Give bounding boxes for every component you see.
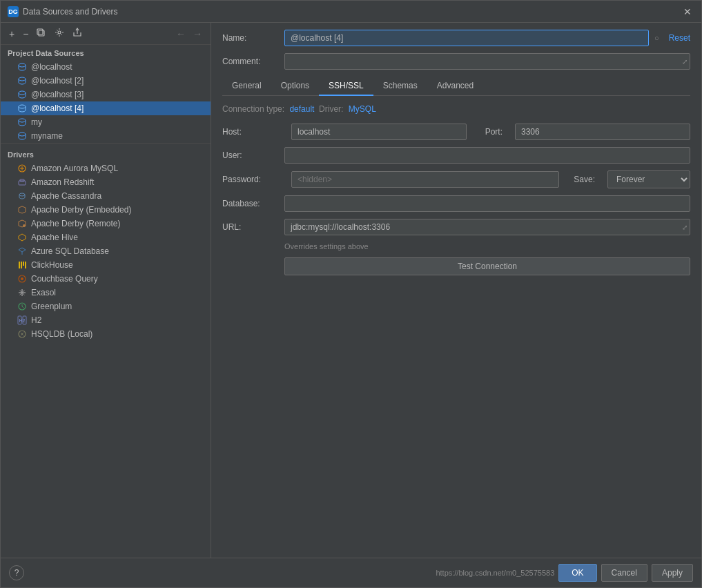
footer-url: https://blog.csdn.net/m0_52575583 — [436, 569, 554, 577]
ok-button[interactable]: OK — [558, 564, 596, 582]
database-input[interactable] — [284, 195, 690, 212]
tree-item-label: @localhost [3] — [31, 90, 84, 99]
share-button[interactable] — [70, 26, 85, 41]
tree-item-my[interactable]: my — [1, 115, 211, 129]
name-row: Name: ○ Reset — [222, 30, 690, 46]
driver-apache-derby-embedded[interactable]: Apache Derby (Embedded) — [1, 203, 211, 217]
drivers-section: Drivers Amazon Aurora MySQL — [1, 143, 211, 341]
svg-rect-12 — [19, 262, 20, 268]
port-input[interactable] — [515, 124, 690, 140]
dialog: DG Data Sources and Drivers ✕ + − — [0, 0, 702, 588]
driver-label-text: Driver: — [319, 104, 343, 114]
remove-button[interactable]: − — [20, 27, 31, 41]
nav-arrows: ← → — [173, 27, 205, 41]
svg-rect-0 — [39, 30, 44, 36]
tab-general[interactable]: General — [222, 77, 271, 96]
host-port-row: Host: Port: — [222, 124, 690, 140]
url-row: URL: ⤢ — [222, 219, 690, 235]
tab-advanced[interactable]: Advanced — [427, 77, 483, 96]
driver-label: ClickHouse — [31, 260, 73, 270]
driver-couchbase[interactable]: Couchbase Query — [1, 272, 211, 286]
port-label: Port: — [474, 127, 508, 137]
svg-point-7 — [19, 193, 25, 196]
svg-text:H2: H2 — [19, 318, 26, 323]
add-button[interactable]: + — [6, 27, 17, 41]
connection-type-row: Connection type: default Driver: MySQL — [222, 104, 690, 114]
tree-item-localhost4[interactable]: @localhost [4] — [1, 101, 211, 115]
tab-options[interactable]: Options — [271, 77, 319, 96]
forward-button[interactable]: → — [190, 27, 205, 41]
driver-azure-sql[interactable]: Azure SQL Database — [1, 244, 211, 258]
driver-exasol[interactable]: Exasol — [1, 286, 211, 300]
driver-label: H2 — [31, 315, 41, 325]
close-button[interactable]: ✕ — [681, 5, 694, 19]
driver-apache-hive[interactable]: Apache Hive — [1, 231, 211, 244]
host-label: Host: — [222, 127, 284, 137]
svg-marker-9 — [19, 234, 26, 241]
tree-item-myname[interactable]: myname — [1, 129, 211, 143]
comment-expand-icon[interactable]: ⤢ — [682, 58, 688, 66]
cancel-button[interactable]: Cancel — [601, 564, 647, 582]
url-input[interactable] — [284, 219, 690, 235]
driver-amazon-redshift[interactable]: Amazon Redshift — [1, 175, 211, 189]
password-input[interactable] — [291, 171, 559, 188]
reset-link[interactable]: Reset — [669, 33, 690, 43]
host-input[interactable] — [291, 124, 467, 140]
url-expand-icon[interactable]: ⤢ — [682, 224, 688, 231]
driver-label: HSQLDB (Local) — [31, 329, 92, 339]
back-button[interactable]: ← — [173, 27, 188, 41]
password-row: Password: Save: Forever Until restart Ne… — [222, 170, 690, 188]
tree-item-label: @localhost — [31, 62, 72, 72]
driver-amazon-aurora[interactable]: Amazon Aurora MySQL — [1, 161, 211, 175]
driver-clickhouse[interactable]: ClickHouse — [1, 258, 211, 272]
driver-label: Couchbase Query — [31, 274, 98, 284]
comment-wrapper: ⤢ — [284, 53, 690, 70]
title-bar-left: DG Data Sources and Drivers — [8, 6, 117, 17]
tab-schemas[interactable]: Schemas — [373, 77, 427, 96]
driver-hsqldb[interactable]: HSQLDB (Local) — [1, 327, 211, 341]
tree-item-label: my — [31, 117, 42, 127]
drivers-section-header: Drivers — [1, 146, 211, 161]
tree-item-localhost2[interactable]: @localhost [2] — [1, 74, 211, 88]
driver-apache-cassandra[interactable]: Apache Cassandra — [1, 189, 211, 203]
tree-item-label: @localhost [4] — [31, 104, 84, 113]
svg-point-17 — [21, 277, 23, 280]
connection-type-value[interactable]: default — [289, 104, 314, 114]
driver-label: Amazon Aurora MySQL — [31, 164, 118, 173]
driver-h2[interactable]: H2 H2 — [1, 313, 211, 327]
tree-item-label: myname — [31, 131, 63, 141]
tree-item-localhost3[interactable]: @localhost [3] — [1, 88, 211, 101]
user-input[interactable] — [284, 147, 690, 164]
apply-button[interactable]: Apply — [652, 564, 693, 582]
driver-label: Azure SQL Database — [31, 246, 109, 256]
config-button[interactable] — [52, 26, 67, 41]
database-row: Database: — [222, 195, 690, 212]
comment-label: Comment: — [222, 57, 284, 66]
driver-label: Exasol — [31, 288, 56, 297]
tab-ssh-ssl[interactable]: SSH/SSL — [319, 77, 373, 96]
driver-label: Apache Derby (Embedded) — [31, 205, 131, 215]
footer: ? https://blog.csdn.net/m0_52575583 OK C… — [1, 558, 701, 587]
copy-button[interactable] — [34, 27, 49, 41]
test-connection-button[interactable]: Test Connection — [284, 257, 690, 275]
save-select[interactable]: Forever Until restart Never — [607, 170, 690, 188]
driver-label: Apache Derby (Remote) — [31, 219, 120, 228]
name-label: Name: — [222, 33, 284, 43]
user-row: User: — [222, 147, 690, 164]
comment-input[interactable] — [284, 53, 690, 70]
driver-greenplum[interactable]: Greenplum — [1, 300, 211, 313]
tree-item-localhost[interactable]: @localhost — [1, 60, 211, 74]
svg-marker-10 — [19, 248, 26, 252]
help-button[interactable]: ? — [9, 565, 24, 580]
comment-row: Comment: ⤢ — [222, 53, 690, 70]
name-input[interactable] — [284, 30, 649, 46]
driver-value[interactable]: MySQL — [349, 104, 376, 114]
name-clear-button[interactable]: ○ — [652, 32, 662, 43]
save-label: Save: — [566, 175, 601, 184]
app-icon: DG — [8, 6, 19, 17]
driver-apache-derby-remote[interactable]: Apache Derby (Remote) — [1, 217, 211, 231]
left-panel: + − — [1, 23, 211, 558]
svg-rect-13 — [21, 262, 22, 268]
project-section-header: Project Data Sources — [1, 45, 211, 60]
url-label: URL: — [222, 222, 284, 232]
